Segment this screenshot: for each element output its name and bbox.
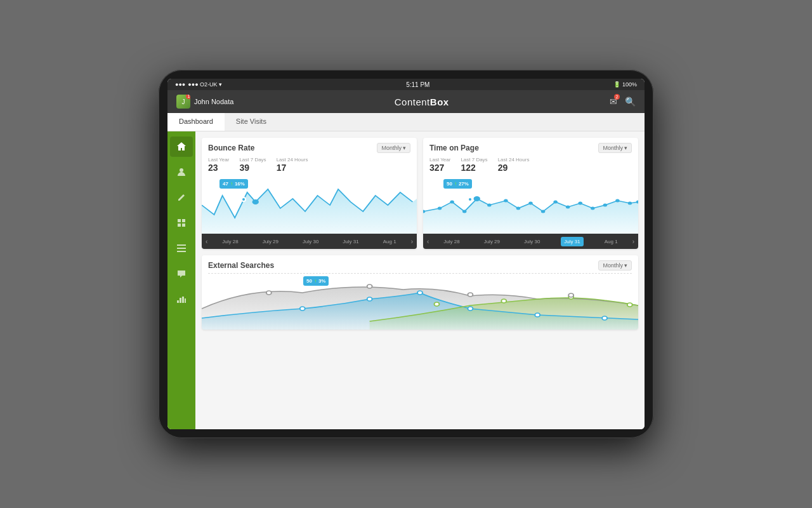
ext-search-period[interactable]: Monthly ▾ [598, 260, 632, 271]
time-date-items: July 28 July 29 July 30 July 31 Aug 1 [431, 237, 629, 246]
bounce-highlight-dot [252, 199, 259, 204]
external-searches-card: External Searches Monthly ▾ 50 ↑ 3% [202, 255, 638, 330]
stat-last-24-hours: Last 24 Hours 17 [277, 157, 308, 173]
time-on-page-date-nav: ‹ July 28 July 29 July 30 July 31 Aug 1 … [423, 234, 638, 249]
time-date-0[interactable]: July 28 [440, 237, 462, 246]
svg-point-33 [535, 313, 540, 317]
nav-user[interactable]: J 1 John Nodata [176, 95, 233, 109]
svg-point-41 [468, 293, 473, 297]
mail-icon[interactable]: ✉ 2 [610, 97, 617, 107]
svg-rect-3 [178, 224, 181, 227]
time-on-page-period[interactable]: Monthly ▾ [598, 143, 632, 153]
bounce-rate-stats: Last Year 23 Last 7 Days 39 Last 24 Hour… [202, 156, 417, 177]
svg-rect-8 [177, 300, 179, 303]
bounce-rate-period[interactable]: Monthly ▾ [377, 143, 410, 153]
svg-point-42 [568, 293, 573, 297]
svg-point-17 [504, 199, 508, 203]
top-stat-last-year: Last Year 327 [429, 157, 450, 173]
svg-point-0 [180, 168, 183, 172]
sidebar-item-charts[interactable] [170, 289, 193, 309]
svg-point-14 [450, 201, 454, 204]
time-on-page-stats: Last Year 327 Last 7 Days 122 Last 24 Ho… [423, 156, 638, 177]
time-date-3[interactable]: July 31 [561, 237, 583, 246]
time-date-4[interactable]: Aug 1 [601, 237, 621, 246]
svg-rect-9 [180, 298, 181, 303]
search-icon[interactable]: 🔍 [625, 97, 636, 107]
svg-point-13 [438, 207, 442, 210]
bounce-rate-dot [241, 197, 246, 202]
top-stat-last-7-days: Last 7 Days 122 [461, 157, 487, 173]
time-date-2[interactable]: July 30 [521, 237, 543, 246]
top-nav: J 1 John Nodata ContentBox ✉ 2 🔍 [167, 90, 645, 113]
nav-actions: ✉ 2 🔍 [610, 97, 636, 107]
ipad-screen: ●●● ●●● O2-UK ▾ 5:11 PM 🔋 100% J 1 John … [167, 79, 645, 429]
svg-rect-10 [182, 297, 184, 303]
signal-dots: ●●● [175, 81, 185, 88]
svg-point-19 [528, 202, 533, 205]
svg-point-15 [462, 210, 467, 213]
bounce-prev-btn[interactable]: ‹ [203, 238, 210, 245]
bounce-next-btn[interactable]: › [409, 238, 416, 245]
time-on-page-dot [468, 197, 473, 202]
svg-rect-1 [178, 219, 181, 222]
svg-point-27 [628, 202, 632, 205]
svg-rect-7 [177, 251, 186, 252]
user-name: John Nodata [194, 98, 233, 105]
ext-search-tooltip: 50 ↑ 3% [303, 276, 329, 286]
tooltip-up-icon-3: ↑ [314, 278, 317, 284]
bounce-date-0[interactable]: July 28 [219, 237, 241, 246]
avatar: J 1 [176, 95, 190, 109]
sidebar-item-edit[interactable] [170, 187, 193, 208]
charts-grid: Bounce Rate Monthly ▾ Last Year 23 [202, 138, 638, 249]
tab-dashboard[interactable]: Dashboard [167, 113, 225, 131]
svg-point-35 [434, 302, 439, 306]
time-next-btn[interactable]: › [630, 238, 637, 245]
ext-search-chart: 50 ↑ 3% [202, 274, 638, 330]
sidebar [167, 131, 195, 429]
time-on-page-chart: 50 ↑ 27% [423, 177, 638, 234]
svg-point-20 [541, 210, 546, 213]
bounce-rate-tooltip: 47 ↑ 16% [219, 179, 248, 189]
svg-point-31 [417, 291, 422, 295]
status-time: 5:11 PM [406, 81, 429, 88]
status-bar: ●●● ●●● O2-UK ▾ 5:11 PM 🔋 100% [167, 79, 645, 90]
carrier: ●●● O2-UK ▾ [188, 81, 222, 88]
content-area: Bounce Rate Monthly ▾ Last Year 23 [195, 131, 645, 429]
sidebar-item-grid[interactable] [170, 213, 193, 233]
chevron-down-icon: ▾ [403, 145, 406, 151]
mail-badge: 2 [614, 94, 620, 100]
bounce-area-fill [202, 189, 417, 234]
tooltip-up-icon: ↑ [230, 181, 233, 187]
app-title: ContentBox [395, 97, 449, 107]
top-stat-last-24-hours: Last 24 Hours 29 [498, 157, 530, 173]
sidebar-item-home[interactable] [170, 137, 193, 157]
sidebar-item-user[interactable] [170, 162, 193, 182]
svg-point-24 [591, 207, 595, 210]
bounce-rate-card: Bounce Rate Monthly ▾ Last Year 23 [202, 138, 417, 249]
time-prev-btn[interactable]: ‹ [424, 238, 431, 245]
bounce-date-3[interactable]: July 31 [339, 237, 362, 246]
time-on-page-title: Time on Page [429, 144, 479, 152]
ext-search-header: External Searches Monthly ▾ [202, 255, 638, 273]
bounce-rate-header: Bounce Rate Monthly ▾ [202, 138, 417, 156]
sidebar-item-list[interactable] [170, 238, 193, 258]
bounce-date-2[interactable]: July 30 [299, 237, 322, 246]
svg-rect-2 [182, 219, 185, 222]
status-right: 🔋 100% [613, 81, 637, 88]
svg-point-32 [468, 307, 473, 311]
svg-point-16 [487, 204, 492, 207]
bounce-date-1[interactable]: July 29 [259, 237, 282, 246]
main-layout: Bounce Rate Monthly ▾ Last Year 23 [167, 131, 645, 429]
svg-point-34 [602, 316, 607, 320]
tab-site-visits[interactable]: Site Visits [225, 113, 278, 131]
avatar-badge: 1 [186, 95, 190, 99]
chevron-down-icon-2: ▾ [624, 145, 627, 151]
bounce-rate-chart: 47 ↑ 16% [202, 177, 417, 234]
bounce-date-4[interactable]: Aug 1 [380, 237, 400, 246]
stat-last-7-days: Last 7 Days 39 [239, 157, 266, 173]
svg-point-29 [300, 307, 305, 311]
sidebar-item-messages[interactable] [170, 264, 193, 284]
bounce-rate-title: Bounce Rate [208, 144, 254, 152]
time-date-1[interactable]: July 29 [481, 237, 503, 246]
tooltip-up-icon-2: ↑ [454, 181, 457, 187]
